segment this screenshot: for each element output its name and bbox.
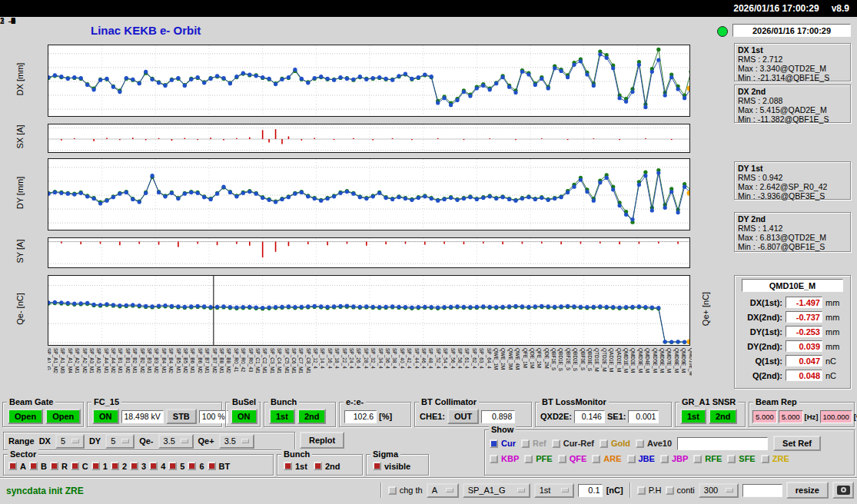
sector-toggle-5[interactable]: 5 [168, 462, 184, 471]
sector-toggle-6[interactable]: 6 [188, 462, 204, 471]
busel-group: BuSel ON [225, 402, 261, 427]
resize-button[interactable]: resize [786, 482, 829, 499]
sector-toggle-2[interactable]: 2 [111, 462, 127, 471]
show-zre-toggle[interactable]: ZRE [761, 454, 789, 463]
charge-plot[interactable] [48, 275, 690, 346]
toggle-label: 4 [161, 462, 165, 471]
monitor-row: DX(2nd): -0.737 mm [738, 310, 847, 324]
interval-select[interactable]: 300 [699, 483, 739, 498]
group-title: Show [489, 425, 516, 434]
sector-toggle-c[interactable]: C [71, 462, 88, 471]
status-message: syncdata init ZRE [6, 486, 84, 496]
range-qe-minus-select[interactable]: 3.5 [158, 434, 194, 449]
group-title: BuSel [230, 397, 258, 406]
snapshot-button[interactable] [832, 482, 854, 499]
divider [629, 482, 631, 498]
monitor-row-value: 0.047 [786, 355, 822, 366]
checkbox-indicator [208, 462, 216, 470]
show-qfe-toggle[interactable]: QFE [558, 454, 587, 463]
checkbox-indicator [490, 439, 498, 448]
sector-toggle-bt[interactable]: BT [208, 462, 231, 471]
dy-orbit-plot[interactable] [48, 158, 690, 230]
show-sfe-toggle[interactable]: SFE [727, 454, 755, 463]
stats-title: DY 2nd [738, 214, 847, 224]
group-title: e-:e- [344, 397, 366, 406]
dropdown-indicator-icon [181, 439, 188, 443]
se1-label: SE1: [607, 412, 626, 421]
toggle-label: 1 [103, 462, 108, 471]
fc15-group: FC_15 ON 18.498 kV STB 100 % [87, 402, 222, 427]
checkbox-indicator [693, 455, 702, 463]
range-dx-select[interactable]: 5 [55, 434, 85, 449]
stats-title: DY 1st [738, 164, 847, 173]
sigma-visible-toggle[interactable]: visible [373, 462, 410, 471]
checkbox-indicator [149, 462, 158, 470]
toggle-label: P.H [649, 486, 662, 495]
show-jbe-toggle[interactable]: JBE [627, 454, 655, 463]
ref-name-input[interactable] [677, 437, 768, 450]
bunch-1st-button[interactable]: 1st [269, 409, 295, 424]
checkbox-indicator [490, 455, 498, 463]
bunch-2nd-toggle[interactable]: 2nd [314, 462, 340, 471]
show-ref-toggle[interactable]: Ref [521, 439, 546, 448]
show-rfe-toggle[interactable]: RFE [693, 454, 722, 463]
checkbox-indicator [50, 462, 58, 470]
sector-toggle-b[interactable]: B [29, 462, 47, 471]
sector-toggle-a[interactable]: A [8, 462, 26, 471]
threshold-input[interactable] [578, 484, 603, 497]
sx-steering-plot[interactable] [48, 124, 690, 153]
aux-input[interactable] [742, 484, 782, 497]
che1-out-button[interactable]: OUT [447, 409, 479, 424]
mode-select[interactable]: A [427, 483, 459, 498]
monitor-select[interactable]: SP_A1_G [463, 483, 530, 498]
bunch-2nd-button[interactable]: 2nd [297, 409, 327, 424]
show-pfe-toggle[interactable]: PFE [524, 454, 552, 463]
beam-gate-open-button-1[interactable]: Open [8, 409, 43, 424]
toggle-label: KBP [501, 454, 519, 463]
toggle-label: R [61, 462, 68, 471]
che1-label: CHE1: [420, 412, 445, 421]
replot-button[interactable]: Replot [300, 432, 344, 449]
checkbox-indicator [627, 455, 636, 463]
checkbox-indicator [600, 439, 608, 448]
sector-toggle-3[interactable]: 3 [130, 462, 146, 471]
monitor-row-label: DX(2nd): [738, 313, 782, 322]
show-gold-toggle[interactable]: Gold [600, 439, 630, 448]
range-dy-select[interactable]: 5 [105, 434, 135, 449]
snsr-2nd-button[interactable]: 2nd [709, 409, 738, 424]
fc15-stb-button[interactable]: STB [166, 409, 197, 424]
show-ave10-toggle[interactable]: Ave10 [636, 439, 672, 448]
busel-on-button[interactable]: ON [231, 409, 257, 424]
show-jbp-toggle[interactable]: JBP [660, 454, 688, 463]
monitor-select-value: SP_A1_G [468, 486, 506, 495]
conti-toggle[interactable]: conti [666, 486, 695, 495]
sector-toggle-r[interactable]: R [50, 462, 68, 471]
monitor-row-value: 0.039 [786, 340, 822, 352]
checkbox-indicator [91, 462, 100, 470]
show-kbp-toggle[interactable]: KBP [490, 454, 519, 463]
sector-toggle-4[interactable]: 4 [149, 462, 165, 471]
bunch-1st-toggle[interactable]: 1st [284, 462, 307, 471]
dx-orbit-plot[interactable] [48, 45, 690, 117]
show-are-toggle[interactable]: ARE [592, 454, 621, 463]
snsr-1st-button[interactable]: 1st [680, 409, 706, 424]
set-ref-button[interactable]: Set Ref [773, 436, 821, 451]
toggle-label: B [41, 462, 47, 471]
range-qe-plus-select[interactable]: 3.5 [219, 434, 254, 449]
range-qe-minus-label: Qe- [139, 436, 153, 446]
toggle-label: 3 [141, 462, 146, 471]
sy-steering-plot[interactable] [48, 237, 690, 268]
ph-toggle[interactable]: P.H [637, 486, 662, 495]
bunch-order-select[interactable]: 1st [534, 483, 574, 498]
checkbox-indicator [660, 455, 669, 463]
beam-rep-value-3: 100.000 [820, 410, 852, 423]
sector-toggle-1[interactable]: 1 [91, 462, 108, 471]
beam-gate-open-button-2[interactable]: Open [45, 409, 81, 424]
show-cur-ref-toggle[interactable]: Cur-Ref [552, 439, 594, 448]
dy-1st-stats: DY 1st RMS : 0.942 Max : 2.642@SP_R0_42 … [734, 161, 851, 200]
dropdown-indicator-icon [71, 439, 79, 443]
stats-min: Min : -3.936@QBF3E_S [738, 191, 847, 201]
fc15-on-button[interactable]: ON [92, 409, 119, 424]
chg-th-toggle[interactable]: chg th [388, 486, 423, 495]
show-cur-toggle[interactable]: Cur [490, 439, 516, 448]
